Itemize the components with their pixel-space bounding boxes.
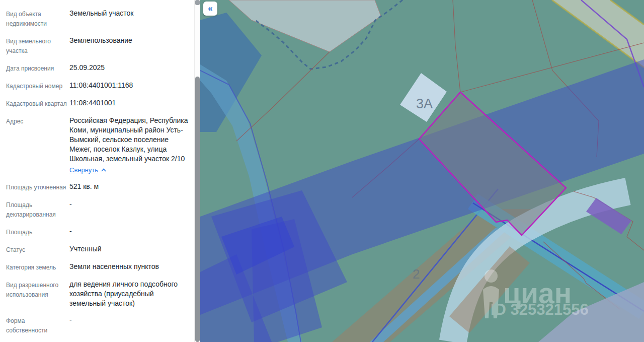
field-label: Площадь [6, 227, 67, 237]
field-row: Категория земельЗемли населенных пунктов [6, 262, 194, 272]
field-value-text: - [69, 227, 72, 235]
parcel-2-label: 2 [413, 266, 420, 282]
field-value-text: 11:08:4401001 [69, 99, 116, 107]
chevron-up-icon [101, 168, 106, 172]
field-label: Вид объекта недвижимости [6, 9, 67, 29]
scrollbar-thumb[interactable] [195, 77, 200, 342]
field-label: Вид земельного участка [6, 36, 67, 56]
field-row: Форма собственности- [6, 315, 194, 335]
field-value: Земли населенных пунктов [69, 262, 194, 272]
field-value: 11:08:4401001:1168 [69, 81, 194, 91]
field-value: 25.09.2025 [69, 63, 194, 74]
field-label: Категория земель [6, 262, 67, 272]
field-value-text: 25.09.2025 [69, 63, 105, 72]
field-value-text: Землепользование [69, 36, 132, 44]
field-value-text: Земельный участок [69, 9, 133, 17]
field-row: Площадь декларированная- [6, 199, 194, 220]
field-value: для ведения личного подсобного хозяйства… [69, 280, 194, 308]
field-row: СтатусУчтенный [6, 244, 194, 255]
cadastral-map-app: Вид объекта недвижимостиЗемельный участо… [0, 0, 644, 342]
collapse-address-link-text: Свернуть [69, 165, 98, 175]
field-row: Площадь уточненная521 кв. м [6, 182, 194, 192]
field-row: АдресРоссийская Федерация, Республика Ко… [6, 116, 194, 175]
collapse-panel-button[interactable]: « [203, 2, 217, 16]
details-rows: Вид объекта недвижимостиЗемельный участо… [0, 0, 194, 342]
field-value-text: Земли населенных пунктов [69, 262, 159, 270]
field-value-text: Российская Федерация, Республика Коми, м… [69, 116, 188, 163]
collapse-address-link[interactable]: Свернуть [69, 165, 106, 175]
field-label: Адрес [6, 116, 67, 175]
field-value: - [69, 315, 194, 335]
field-value-text: - [69, 200, 72, 208]
field-label: Площадь уточненная [6, 182, 67, 192]
field-label: Форма собственности [6, 315, 67, 335]
field-value-text: - [69, 316, 72, 324]
map-canvas[interactable]: 3А 2 циан ID 325321556 [200, 0, 644, 342]
field-row: Площадь- [6, 227, 194, 237]
field-row: Кадастровый квартал11:08:4401001 [6, 98, 194, 109]
field-value: Земельный участок [69, 9, 194, 29]
scrollbar-top-stub [195, 0, 200, 5]
field-value: - [69, 199, 194, 220]
field-row: Дата присвоения25.09.2025 [6, 63, 194, 74]
field-label: Статус [6, 244, 67, 255]
field-value: - [69, 227, 194, 237]
field-value: 11:08:4401001 [69, 98, 194, 109]
watermark-id: ID 325321556 [491, 301, 589, 318]
object-details-panel: Вид объекта недвижимостиЗемельный участо… [0, 0, 194, 342]
building-3a-label: 3А [416, 96, 433, 111]
field-value-text: для ведения личного подсобного хозяйства… [69, 280, 178, 307]
field-value: Землепользование [69, 36, 194, 56]
field-label: Кадастровый номер [6, 81, 67, 91]
field-row: Вид земельного участкаЗемлепользование [6, 36, 194, 56]
field-value-text: Учтенный [69, 245, 102, 253]
field-row: Вид объекта недвижимостиЗемельный участо… [6, 9, 194, 29]
field-row: Кадастровый номер11:08:4401001:1168 [6, 81, 194, 91]
field-label: Дата присвоения [6, 63, 67, 74]
field-value-text: 11:08:4401001:1168 [69, 81, 133, 89]
field-value: 521 кв. м [69, 182, 194, 192]
field-row: Вид разрешенного использованиядля ведени… [6, 280, 194, 308]
field-label: Площадь декларированная [6, 199, 67, 220]
field-value-text: 521 кв. м [69, 182, 99, 190]
field-value: Учтенный [69, 244, 194, 255]
field-label: Вид разрешенного использования [6, 280, 67, 308]
field-value: Российская Федерация, Республика Коми, м… [69, 116, 194, 175]
field-label: Кадастровый квартал [6, 98, 67, 109]
